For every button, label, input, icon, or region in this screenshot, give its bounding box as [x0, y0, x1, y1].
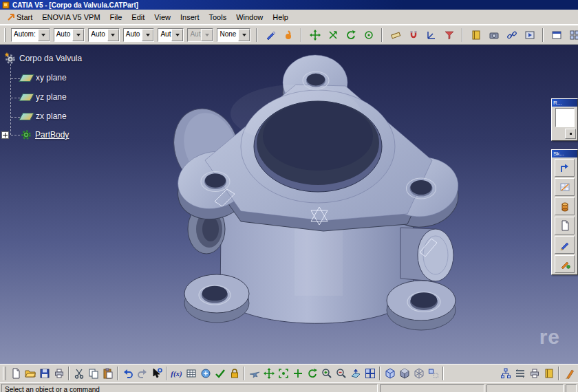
image-capture-icon[interactable] — [486, 28, 501, 42]
multi-view-icon[interactable] — [363, 367, 377, 381]
whats-this-icon[interactable] — [149, 367, 164, 381]
new-document-icon[interactable] — [8, 367, 23, 381]
status-panel-command[interactable] — [486, 384, 564, 392]
open-folder-icon[interactable] — [23, 367, 37, 381]
combo-dropdown-button[interactable] — [38, 29, 50, 41]
central-bore[interactable] — [254, 101, 382, 192]
stretch-arrows-icon[interactable] — [325, 28, 340, 42]
normal-view-icon[interactable] — [348, 367, 363, 381]
render-options-button[interactable] — [565, 129, 576, 139]
resize-grip[interactable] — [566, 384, 577, 392]
combo-dropdown-button[interactable] — [238, 29, 250, 41]
sketch-pen-icon[interactable] — [263, 28, 277, 42]
menu-tools[interactable]: Tools — [204, 11, 231, 23]
copy-icon[interactable] — [86, 367, 100, 381]
pad-feature-button[interactable] — [555, 197, 575, 215]
viewport-3d-model[interactable] — [0, 45, 578, 364]
design-table-icon[interactable] — [184, 367, 198, 381]
hide-show-icon[interactable] — [426, 367, 440, 381]
tree-node-xy-plane[interactable]: xy plane — [21, 73, 67, 83]
menu-view[interactable]: View — [149, 11, 175, 23]
media-player-icon[interactable] — [522, 28, 537, 42]
filter-combo-3[interactable]: Auto — [88, 28, 120, 42]
left-mounting-lug[interactable] — [184, 274, 249, 323]
pan-icon[interactable] — [290, 367, 305, 381]
quick-print-icon[interactable] — [527, 367, 542, 381]
fly-mode-icon[interactable] — [247, 367, 261, 381]
filter-combo-4[interactable]: Auto — [123, 28, 155, 42]
print-icon[interactable] — [52, 367, 66, 381]
right-mounting-lug[interactable] — [387, 281, 456, 330]
measure-lines-icon[interactable] — [513, 367, 527, 381]
combo-dropdown-button[interactable] — [142, 29, 153, 41]
sketcher-palette-title[interactable]: Sk... — [552, 150, 577, 157]
menu-start[interactable]: Start — [3, 11, 37, 23]
menu-help[interactable]: Help — [268, 11, 293, 23]
tree-node-root[interactable]: Corpo da Valvula — [4, 52, 82, 64]
measure-ruler-icon[interactable] — [388, 28, 403, 42]
combo-value: None — [217, 29, 238, 41]
filter-funnel-icon[interactable] — [442, 28, 456, 42]
formula-icon[interactable]: f(x) — [169, 367, 184, 381]
filter-combo-7[interactable]: None — [217, 28, 250, 42]
tree-node-zx-plane[interactable]: zx plane — [21, 111, 67, 121]
filter-combo-5[interactable]: Aut — [158, 28, 184, 42]
menu-edit[interactable]: Edit — [127, 11, 149, 23]
catalog-book-icon[interactable] — [542, 367, 556, 381]
compass-move-icon[interactable] — [308, 28, 322, 42]
menu-insert[interactable]: Insert — [175, 11, 204, 23]
check-analysis-icon[interactable] — [213, 367, 227, 381]
compass-icon[interactable] — [261, 367, 276, 381]
edit-sketch-button[interactable] — [555, 236, 575, 254]
tile-windows-icon[interactable] — [567, 28, 578, 42]
toolbar-handle[interactable] — [4, 28, 6, 42]
redo-icon[interactable] — [135, 367, 149, 381]
shading-icon[interactable] — [397, 367, 411, 381]
combo-dropdown-button[interactable] — [107, 29, 119, 41]
menu-enovia[interactable]: ENOVIA V5 VPM — [37, 11, 105, 23]
new-sheet-button[interactable] — [555, 217, 575, 235]
rotate-icon[interactable] — [305, 367, 319, 381]
wireframe-icon[interactable] — [411, 367, 426, 381]
hyperlink-icon[interactable] — [504, 28, 519, 42]
sketch-button[interactable] — [555, 178, 575, 196]
viewport[interactable]: Corpo da Valvula xy plane yz plane zx pl… — [0, 45, 578, 364]
new-window-icon[interactable] — [549, 28, 564, 42]
paint-brush-icon[interactable] — [281, 28, 295, 42]
menu-file[interactable]: File — [105, 11, 127, 23]
iso-view-cube-icon[interactable] — [383, 367, 397, 381]
axis-system-icon[interactable] — [424, 28, 438, 42]
render-palette[interactable]: R... — [551, 98, 578, 141]
target-point-icon[interactable] — [361, 28, 376, 42]
combo-value: Auto — [89, 29, 107, 41]
snap-magnet-icon[interactable] — [406, 28, 420, 42]
tree-node-yz-plane[interactable]: yz plane — [21, 92, 67, 102]
rotate-view-icon[interactable] — [343, 28, 358, 42]
render-palette-title[interactable]: R... — [552, 99, 577, 107]
tree-expand-button[interactable] — [1, 131, 9, 139]
save-icon[interactable] — [37, 367, 52, 381]
sketch-analysis-button[interactable] — [555, 255, 575, 273]
toolbar-handle[interactable] — [3, 367, 6, 380]
tree-node-partbody[interactable]: PartBody — [21, 129, 69, 140]
edge-pencil-icon[interactable] — [561, 367, 576, 381]
exit-workbench-button[interactable] — [555, 159, 575, 177]
knowledge-inspector-icon[interactable] — [198, 367, 213, 381]
fit-all-icon[interactable] — [276, 367, 290, 381]
cut-icon[interactable] — [72, 367, 86, 381]
combo-dropdown-button[interactable] — [72, 29, 84, 41]
catalog-browser-icon[interactable] — [469, 28, 483, 42]
plane-icon — [19, 94, 34, 101]
zoom-in-icon[interactable] — [319, 367, 334, 381]
undo-icon[interactable] — [120, 367, 135, 381]
combo-dropdown-button[interactable] — [171, 29, 183, 41]
tree-structure-icon[interactable] — [498, 367, 513, 381]
filter-combo-2[interactable]: Auto — [54, 28, 85, 42]
paste-icon[interactable] — [100, 367, 115, 381]
sketcher-palette[interactable]: Sk... — [551, 149, 578, 275]
menu-window[interactable]: Window — [231, 11, 268, 23]
lock-icon[interactable] — [227, 367, 242, 381]
filter-combo-1[interactable]: Autom: — [11, 28, 50, 42]
separator — [542, 28, 544, 42]
zoom-out-icon[interactable] — [334, 367, 348, 381]
